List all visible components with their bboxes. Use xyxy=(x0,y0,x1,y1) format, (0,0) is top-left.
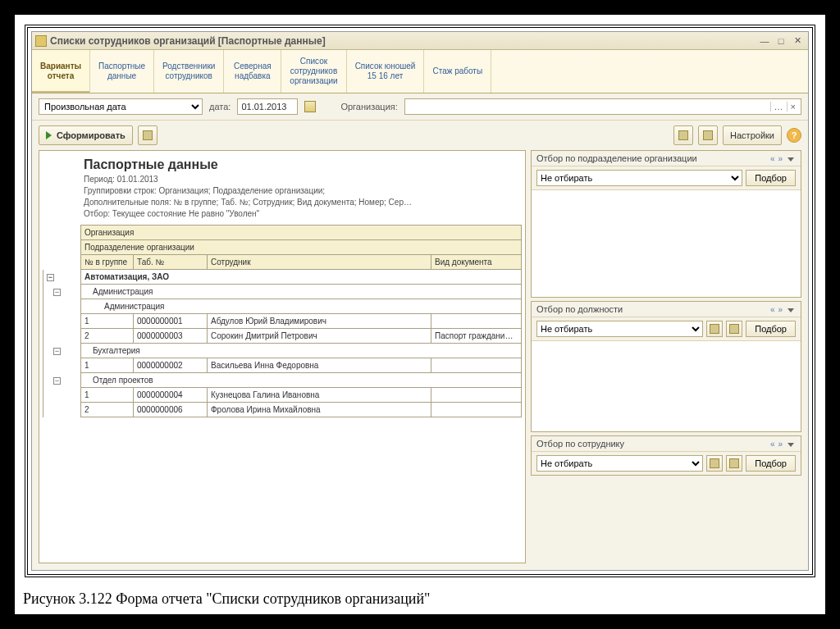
tab-6[interactable]: Стаж работы xyxy=(424,50,491,93)
unlock-icon[interactable] xyxy=(726,455,742,472)
collapse-icon[interactable]: − xyxy=(53,348,61,355)
filter-pos-mode[interactable]: Не отбирать xyxy=(536,321,703,337)
titlebar: Списки сотрудников организаций [Паспортн… xyxy=(32,32,808,50)
collapse-icon[interactable]: − xyxy=(53,289,61,296)
close-button[interactable]: ✕ xyxy=(790,34,805,48)
filter-pos-list[interactable] xyxy=(532,340,801,431)
table-row: Администрация xyxy=(43,299,522,314)
filter-pos-title: Отбор по должности xyxy=(536,304,623,314)
report-period: Период: 01.01.2013 xyxy=(84,174,481,185)
column-num: № в группе xyxy=(81,255,134,270)
window-title: Списки сотрудников организаций [Паспортн… xyxy=(50,35,756,47)
tab-2[interactable]: Родственникисотрудников xyxy=(154,50,224,93)
column-dep: Подразделение организации xyxy=(81,240,522,255)
play-icon xyxy=(46,131,52,139)
app-icon xyxy=(35,35,47,47)
help-button[interactable]: ? xyxy=(787,128,801,143)
org-input[interactable]: … × xyxy=(404,98,801,115)
next-icon[interactable]: » xyxy=(776,305,784,314)
prev-icon[interactable]: « xyxy=(769,305,777,314)
filter-dep-mode[interactable]: Не отбирать xyxy=(536,170,742,186)
column-org: Организация xyxy=(81,226,522,240)
calendar-icon[interactable] xyxy=(304,101,316,112)
table-row: 20000000006Фролова Ирина Михайловна xyxy=(43,403,522,417)
table-row: −Администрация xyxy=(43,285,522,299)
filter-emp-title: Отбор по сотруднику xyxy=(536,439,624,449)
filter-by-position: Отбор по должности « » Не отбирать Подбо… xyxy=(531,301,801,432)
generate-button[interactable]: Сформировать xyxy=(39,125,133,145)
collapse-icon[interactable]: − xyxy=(53,377,61,385)
org-clear-button[interactable]: × xyxy=(787,102,799,112)
dropdown-icon[interactable] xyxy=(784,440,796,449)
table-row: −Бухгалтерия xyxy=(43,344,522,358)
date-input[interactable]: 01.01.2013 xyxy=(237,98,298,115)
figure-caption: Рисунок 3.122 Форма отчета "Списки сотру… xyxy=(15,587,825,614)
report-panel: Паспортные данные Период: 01.01.2013 Гру… xyxy=(39,150,526,563)
tab-1[interactable]: Паспортныеданные xyxy=(90,50,154,93)
unlock-icon[interactable] xyxy=(726,321,742,337)
table-row: −Отдел проектов xyxy=(43,373,522,388)
dropdown-icon[interactable] xyxy=(784,154,796,163)
org-browse-button[interactable]: … xyxy=(770,102,787,112)
prev-icon[interactable]: « xyxy=(769,440,777,449)
tab-4[interactable]: Списоксотрудниковорганизации xyxy=(281,50,346,93)
column-doc: Вид документа xyxy=(431,255,522,270)
export-button[interactable] xyxy=(138,125,158,145)
filter-by-department: Отбор по подразделение организации « » Н… xyxy=(531,150,801,298)
next-icon[interactable]: » xyxy=(776,440,784,449)
filter-emp-pick[interactable]: Подбор xyxy=(746,455,796,472)
report-grouping: Группировки строк: Организация; Подразде… xyxy=(84,185,481,197)
period-mode-select[interactable]: Произвольная дата xyxy=(39,98,203,115)
org-label: Организация: xyxy=(340,102,397,112)
table-row: −Автоматизация, ЗАО xyxy=(43,270,522,285)
app-window: Списки сотрудников организаций [Паспортн… xyxy=(31,31,809,571)
table-row: 10000000004Кузнецова Галина Ивановна xyxy=(43,388,522,403)
table-row: 10000000001Абдулов Юрий Владимирович xyxy=(43,314,522,329)
minimize-button[interactable]: — xyxy=(757,34,772,48)
dropdown-icon[interactable] xyxy=(784,305,796,314)
lock-icon[interactable] xyxy=(706,455,723,472)
filter-pos-pick[interactable]: Подбор xyxy=(746,321,796,337)
view-list-button[interactable] xyxy=(698,125,718,145)
tabstrip: ВариантыотчетаПаспортныеданныеРодственни… xyxy=(32,50,808,93)
filters-panel: Отбор по подразделение организации « » Н… xyxy=(531,150,801,563)
params-row: Произвольная дата дата: 01.01.2013 Орган… xyxy=(32,93,808,121)
filter-dep-pick[interactable]: Подбор xyxy=(746,170,796,186)
date-label: дата: xyxy=(209,102,231,112)
report-filter: Отбор: Текущее состояние Не равно "Уволе… xyxy=(84,208,481,220)
table-row: 20000000003Сорокин Дмитрий ПетровичПаспо… xyxy=(43,329,522,344)
collapse-icon[interactable]: − xyxy=(47,274,54,281)
report-grid: Организация Подразделение организации № … xyxy=(43,225,522,417)
report-extra-fields: Дополнительные поля: № в группе; Таб. №;… xyxy=(84,197,481,208)
table-row: 10000000002Васильева Инна Федоровна xyxy=(43,358,522,373)
maximize-button[interactable]: □ xyxy=(774,34,788,48)
tab-0[interactable]: Вариантыотчета xyxy=(32,50,90,93)
settings-button[interactable]: Настройки xyxy=(723,125,782,145)
tab-3[interactable]: Севернаянадбавка xyxy=(224,50,281,93)
view-grid-button[interactable] xyxy=(673,125,693,145)
filter-dep-title: Отбор по подразделение организации xyxy=(536,153,697,163)
column-tab: Таб. № xyxy=(134,255,208,270)
next-icon[interactable]: » xyxy=(776,154,784,163)
lock-icon[interactable] xyxy=(706,321,723,337)
filter-by-employee: Отбор по сотруднику « » Не отбирать Подб… xyxy=(531,435,801,476)
report-title: Паспортные данные xyxy=(84,157,481,172)
filter-emp-mode[interactable]: Не отбирать xyxy=(536,455,703,472)
action-row: Сформировать Настройки ? xyxy=(32,121,808,150)
column-emp: Сотрудник xyxy=(208,255,431,270)
prev-icon[interactable]: « xyxy=(769,154,777,163)
filter-dep-list[interactable] xyxy=(532,189,801,297)
tab-5[interactable]: Список юношей15 16 лет xyxy=(347,50,425,93)
